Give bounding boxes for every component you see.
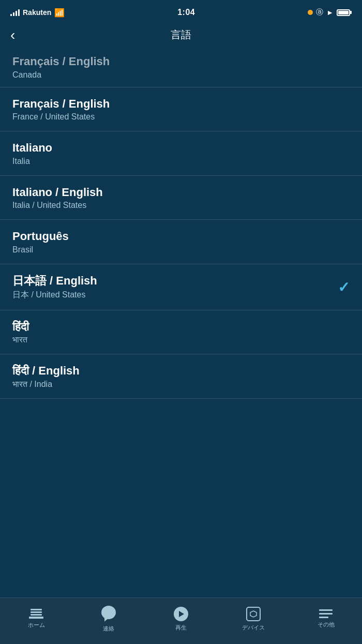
nav-item-home[interactable]: ホーム xyxy=(21,609,52,629)
bottom-nav: ホーム 連絡 再生 デバイス その他 xyxy=(0,597,362,644)
lang-main: Português xyxy=(12,229,350,244)
list-item-selected[interactable]: 日本語 / English 日本 / United States ✓ xyxy=(0,264,362,310)
lang-main: Italiano / English xyxy=(12,185,350,200)
status-bar: Rakuten 📶 1:04 ⓐ ► xyxy=(0,0,362,23)
nav-item-device[interactable]: デバイス xyxy=(238,607,269,632)
back-button[interactable]: ‹ xyxy=(10,28,15,42)
list-item[interactable]: Italiano Italia xyxy=(0,131,362,176)
list-item[interactable]: Français / English France / United State… xyxy=(0,87,362,132)
lang-main: हिंदी xyxy=(12,320,350,335)
menu-icon xyxy=(319,609,333,618)
lang-sub: Canada xyxy=(12,70,350,80)
device-icon xyxy=(246,607,261,621)
language-list-container: Français / English Canada Français / Eng… xyxy=(0,49,362,591)
list-item[interactable]: Italiano / English Italia / United State… xyxy=(0,176,362,220)
list-item[interactable]: Français / English Canada xyxy=(0,49,362,87)
lang-main: Français / English xyxy=(12,97,350,112)
nav-item-play[interactable]: 再生 xyxy=(165,607,197,632)
battery-icon xyxy=(337,9,352,16)
lang-main: Italiano xyxy=(12,141,350,156)
lang-sub: Brasil xyxy=(12,245,350,254)
chat-icon xyxy=(101,606,116,622)
lang-main: 日本語 / English xyxy=(12,274,350,289)
location-icon: ► xyxy=(326,8,334,17)
nav-label-more: その他 xyxy=(318,621,335,628)
page-title: 言語 xyxy=(171,28,191,42)
list-item[interactable]: Português Brasil xyxy=(0,220,362,264)
nav-label-play: 再生 xyxy=(175,624,187,632)
lang-sub: Italia / United States xyxy=(12,201,350,210)
svg-marker-0 xyxy=(250,611,257,617)
lang-main: Français / English xyxy=(12,54,350,69)
nav-item-more[interactable]: その他 xyxy=(310,609,341,628)
wifi-icon: 📶 xyxy=(54,8,65,18)
lang-main: हिंदी / English xyxy=(12,364,350,379)
at-icon: ⓐ xyxy=(316,8,323,17)
nav-item-contact[interactable]: 連絡 xyxy=(93,606,124,633)
nav-label-device: デバイス xyxy=(242,624,265,632)
orange-dot-icon xyxy=(308,10,313,15)
signal-icon xyxy=(10,9,20,16)
play-icon xyxy=(174,607,188,621)
list-item[interactable]: हिंदी / English भारत / India xyxy=(0,354,362,399)
lang-sub: Italia xyxy=(12,157,350,166)
status-time: 1:04 xyxy=(177,8,195,17)
carrier-name: Rakuten xyxy=(23,8,51,17)
nav-header: ‹ 言語 xyxy=(0,23,362,49)
status-right: ⓐ ► xyxy=(308,8,352,17)
list-item[interactable]: हिंदी भारत xyxy=(0,310,362,355)
lang-sub: France / United States xyxy=(12,112,350,122)
nav-label-contact: 連絡 xyxy=(103,625,114,633)
lang-sub: 日本 / United States xyxy=(12,290,350,301)
selected-checkmark-icon: ✓ xyxy=(338,278,350,295)
status-left: Rakuten 📶 xyxy=(10,8,65,18)
lang-sub: भारत xyxy=(12,335,350,345)
home-icon xyxy=(29,609,43,619)
lang-sub: भारत / India xyxy=(12,380,350,389)
nav-label-home: ホーム xyxy=(28,621,45,629)
